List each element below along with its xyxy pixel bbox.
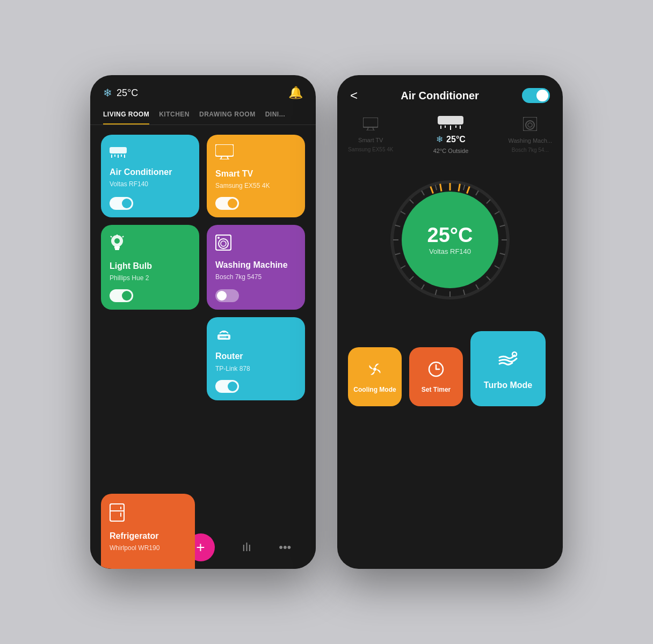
- svg-rect-33: [120, 507, 121, 509]
- svg-point-46: [526, 121, 534, 129]
- tab-living-room[interactable]: LIVING ROOM: [103, 111, 149, 125]
- svg-line-52: [487, 200, 490, 203]
- svg-line-72: [436, 185, 437, 191]
- ac-header-temp: 25°C: [446, 135, 466, 144]
- back-button[interactable]: <: [350, 88, 358, 103]
- power-knob: [536, 90, 548, 101]
- bulb-toggle[interactable]: [110, 289, 133, 302]
- router-icon: [215, 327, 296, 346]
- svg-point-28: [223, 331, 225, 333]
- svg-line-59: [476, 284, 478, 289]
- wind-icon: [496, 348, 520, 376]
- tab-dining[interactable]: DINI...: [265, 111, 286, 125]
- tv-sub: Samsung EX55 4K: [215, 182, 296, 189]
- devices-grid: Air Conditioner Voltas RF140: [90, 125, 316, 454]
- bell-icon[interactable]: 🔔: [288, 86, 303, 100]
- fridge-name: Refrigerator: [110, 531, 186, 541]
- mini-tv-name: Smart TV: [358, 137, 383, 143]
- action-buttons: Cooling Mode Set Timer: [337, 315, 563, 417]
- more-nav-icon[interactable]: •••: [279, 540, 291, 554]
- device-card-router[interactable]: Router TP-Link 878: [207, 317, 305, 400]
- right-phone: < Air Conditioner Smart TV Samsung EX55: [337, 75, 563, 569]
- tv-name: Smart TV: [215, 169, 296, 179]
- temperature-dial[interactable]: 25°C Voltas RF140: [386, 175, 514, 304]
- svg-rect-13: [114, 246, 120, 248]
- clock-icon: [427, 361, 445, 382]
- ac-icon: [110, 144, 191, 162]
- washer-icon: [215, 235, 296, 254]
- svg-point-78: [373, 368, 376, 371]
- device-card-washing-machine[interactable]: Washing Machine Bosch 7kg 5475: [207, 225, 305, 310]
- router-toggle[interactable]: [215, 380, 239, 393]
- status-bar: ❄ 25°C 🔔: [90, 75, 316, 105]
- dial-inner: 25°C Voltas RF140: [402, 192, 498, 288]
- chart-nav-icon[interactable]: ılı: [242, 540, 251, 554]
- svg-line-70: [410, 200, 413, 203]
- svg-line-17: [122, 236, 124, 237]
- svg-line-51: [476, 191, 478, 195]
- tab-drawing-room[interactable]: DRAWING ROOM: [199, 111, 256, 125]
- dial-temperature: 25°C: [427, 225, 473, 245]
- set-timer-label: Set Timer: [422, 386, 451, 393]
- bulb-icon: [110, 235, 191, 255]
- svg-line-64: [410, 276, 413, 280]
- svg-line-62: [436, 290, 437, 295]
- svg-line-57: [495, 266, 499, 268]
- mini-devices-row: Smart TV Samsung EX55 4K ❄ 25°C: [337, 112, 563, 165]
- cooling-mode-label: Cooling Mode: [353, 386, 396, 393]
- svg-line-77: [467, 186, 469, 193]
- washer-toggle[interactable]: [215, 289, 239, 302]
- svg-point-82: [512, 352, 517, 356]
- svg-point-27: [226, 336, 228, 338]
- svg-line-54: [500, 225, 505, 227]
- svg-line-74: [440, 184, 441, 192]
- router-sub: TP-Link 878: [215, 365, 296, 372]
- mini-device-washing-machine[interactable]: Washing Mach... Bosch 7kg 54...: [508, 117, 552, 153]
- top-bar: < Air Conditioner: [337, 75, 563, 112]
- mini-tv-sub: Samsung EX55 4K: [348, 147, 394, 152]
- snowflake-icon: ❄: [103, 86, 112, 99]
- mini-device-smart-tv[interactable]: Smart TV Samsung EX55 4K: [348, 118, 394, 152]
- svg-rect-7: [216, 145, 233, 156]
- ac-main-section: 25°C Voltas RF140: [337, 165, 563, 315]
- svg-line-56: [500, 253, 505, 255]
- device-card-light-bulb[interactable]: Light Bulb Phillips Hue 2: [101, 225, 199, 310]
- mini-washer-name: Washing Mach...: [508, 137, 552, 144]
- bulb-name: Light Bulb: [110, 261, 191, 271]
- washer-sub: Bosch 7kg 5475: [215, 273, 296, 281]
- device-card-air-conditioner[interactable]: Air Conditioner Voltas RF140: [101, 135, 199, 217]
- svg-line-69: [401, 211, 405, 214]
- device-card-smart-tv[interactable]: Smart TV Samsung EX55 4K: [207, 135, 305, 217]
- turbo-mode-button[interactable]: Turbo Mode: [470, 331, 546, 406]
- svg-line-58: [487, 276, 490, 280]
- router-name: Router: [215, 351, 296, 361]
- fridge-icon: [110, 503, 186, 525]
- svg-rect-39: [438, 116, 463, 125]
- cooling-mode-button[interactable]: Cooling Mode: [348, 347, 402, 406]
- svg-point-18: [114, 238, 120, 244]
- svg-point-47: [528, 123, 532, 127]
- svg-line-66: [395, 253, 401, 255]
- ac-toggle[interactable]: [110, 197, 133, 210]
- mini-washer-icon: [523, 117, 537, 134]
- power-toggle[interactable]: [522, 88, 550, 103]
- svg-rect-34: [120, 513, 121, 517]
- device-card-refrigerator[interactable]: Refrigerator Whirlpool WR190: [101, 494, 195, 569]
- fridge-sub: Whirlpool WR190: [110, 544, 186, 552]
- tv-toggle[interactable]: [215, 197, 239, 210]
- svg-rect-30: [110, 504, 124, 521]
- set-timer-button[interactable]: Set Timer: [409, 347, 463, 406]
- svg-line-50: [463, 185, 465, 191]
- washer-name: Washing Machine: [215, 260, 296, 270]
- ac-name: Air Conditioner: [110, 167, 191, 177]
- svg-line-73: [431, 186, 433, 193]
- tab-kitchen[interactable]: KITCHEN: [159, 111, 190, 125]
- room-tabs: LIVING ROOM KITCHEN DRAWING ROOM DINI...: [90, 105, 316, 125]
- mini-device-ac[interactable]: ❄ 25°C 42°C Outside: [399, 116, 503, 154]
- bulb-sub: Phillips Hue 2: [110, 274, 191, 282]
- svg-rect-0: [110, 147, 127, 153]
- svg-line-65: [401, 266, 405, 268]
- screens-container: ❄ 25°C 🔔 LIVING ROOM KITCHEN DRAWING ROO…: [90, 75, 563, 569]
- tv-icon: [215, 144, 296, 163]
- outside-temp-label: 42°C Outside: [433, 148, 469, 154]
